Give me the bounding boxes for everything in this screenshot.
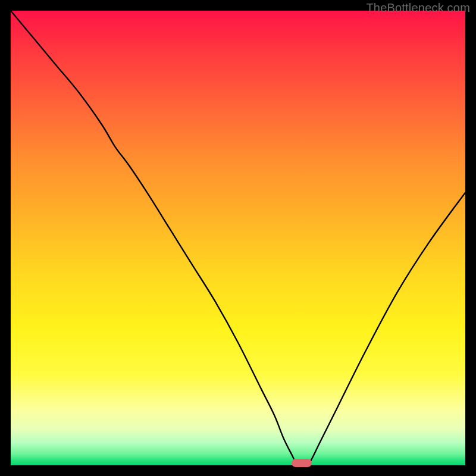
bottleneck-curve — [11, 11, 465, 465]
watermark-text: TheBottleneck.com — [366, 1, 470, 15]
chart-frame: TheBottleneck.com — [0, 0, 476, 476]
plot-area — [11, 11, 465, 465]
balance-marker — [292, 459, 312, 467]
